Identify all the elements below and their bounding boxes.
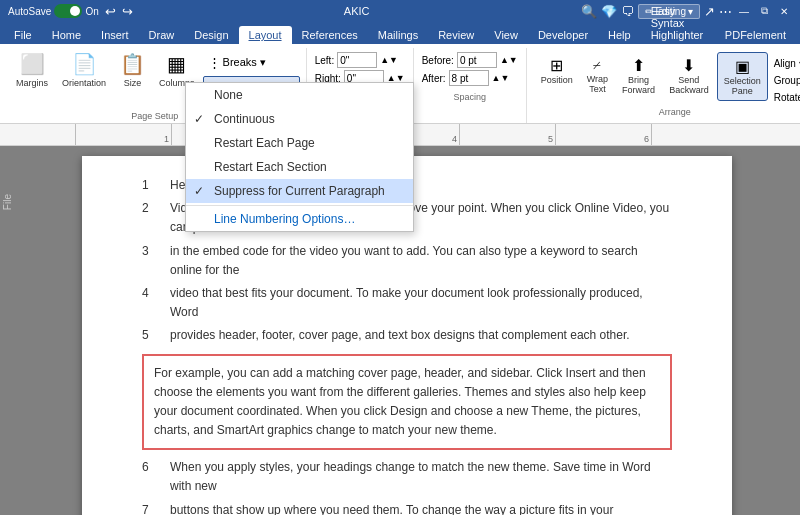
tab-developer[interactable]: Developer (528, 26, 598, 44)
ribbon-tabs: File Home Insert Draw Design Layout Refe… (0, 22, 800, 44)
menu-numbering-options[interactable]: Line Numbering Options… (186, 205, 413, 231)
selection-pane-button[interactable]: ▣ Selection Pane (717, 52, 768, 101)
menu-restart-page[interactable]: Restart Each Page (186, 131, 413, 155)
tab-pdfelement[interactable]: PDFelement (715, 26, 796, 44)
tab-references[interactable]: References (292, 26, 368, 44)
tab-review[interactable]: Review (428, 26, 484, 44)
spacing-after-label: After: (422, 73, 446, 84)
size-button[interactable]: 📋 Size (114, 48, 151, 92)
line-item-6: 6 When you apply styles, your headings c… (142, 458, 672, 496)
rotate-button[interactable]: Rotate ▾ (770, 90, 800, 105)
margins-sidebar-label: File (2, 194, 13, 210)
document-title: AKIC (133, 5, 581, 17)
breaks-icon: ⋮ (208, 55, 221, 70)
menu-none[interactable]: None (186, 83, 413, 107)
breaks-label: Breaks ▾ (223, 56, 266, 69)
ribbon-icon[interactable]: 💎 (601, 4, 617, 19)
selection-pane-icon: ▣ (735, 57, 750, 76)
size-label: Size (124, 78, 142, 88)
tab-insert[interactable]: Insert (91, 26, 139, 44)
check-suppress: ✓ (194, 184, 204, 198)
line-item-4: 4 video that best fits your document. To… (142, 284, 672, 322)
spacing-before-label: Before: (422, 55, 454, 66)
menu-continuous[interactable]: ✓ Continuous (186, 107, 413, 131)
send-backward-icon: ⬇ (682, 56, 695, 75)
tab-syntax-highlighter[interactable]: Easy Syntax Highlighter (641, 2, 715, 44)
title-bar-left: AutoSave On ↩ ↪ (8, 4, 133, 19)
spacing-before-input[interactable] (457, 52, 497, 68)
menu-restart-page-label: Restart Each Page (214, 136, 315, 150)
menu-suppress-current[interactable]: ✓ Suppress for Current Paragraph (186, 179, 413, 203)
wrap-icon: ⌿ (592, 56, 602, 74)
tab-home[interactable]: Home (42, 26, 91, 44)
restore-button[interactable]: ⧉ (756, 3, 772, 19)
margins-icon: ⬜ (20, 52, 45, 76)
tab-layout[interactable]: Layout (239, 26, 292, 44)
indent-left-arrows[interactable]: ▲▼ (380, 55, 398, 65)
orientation-icon: 📄 (72, 52, 97, 76)
ruler-5: 5 (460, 124, 556, 145)
undo-icon[interactable]: ↩ (105, 4, 116, 19)
menu-numbering-options-label: Line Numbering Options… (214, 212, 355, 226)
autosave-toggle[interactable] (54, 4, 82, 18)
check-continuous: ✓ (194, 112, 204, 126)
search-icon[interactable]: 🔍 (581, 4, 597, 19)
line-item-5: 5 provides header, footer, cover page, a… (142, 326, 672, 345)
ruler-6: 6 (556, 124, 652, 145)
ruler-1: 1 (76, 124, 172, 145)
close-button[interactable]: ✕ (776, 3, 792, 19)
spacing-after-arrows[interactable]: ▲▼ (492, 73, 510, 83)
spacing-after-input[interactable] (449, 70, 489, 86)
line-numbers-dropdown: None ✓ Continuous Restart Each Page Rest… (185, 82, 414, 232)
columns-icon: ▦ (167, 52, 186, 76)
options-icon[interactable]: ⋯ (719, 4, 732, 19)
menu-none-label: None (214, 88, 243, 102)
menu-suppress-label: Suppress for Current Paragraph (214, 184, 385, 198)
breaks-button[interactable]: ⋮ Breaks ▾ (203, 52, 300, 73)
position-icon: ⊞ (550, 56, 563, 75)
autosave-label: AutoSave (8, 6, 51, 17)
tab-draw[interactable]: Draw (139, 26, 185, 44)
tab-file[interactable]: File (4, 26, 42, 44)
ribbon-group-arrange: ⊞ Position ⌿ Wrap Text ⬆ Bring Forward ⬇… (527, 48, 800, 123)
minimize-button[interactable]: — (736, 3, 752, 19)
spacing-label: Spacing (422, 92, 518, 104)
indent-fields: Left: ▲▼ Right: ▲▼ (315, 52, 405, 86)
group-button[interactable]: Group ▾ (770, 73, 800, 88)
menu-continuous-label: Continuous (214, 112, 275, 126)
margins-button[interactable]: ⬜ Margins (10, 48, 54, 92)
arrange-buttons: ⊞ Position ⌿ Wrap Text ⬆ Bring Forward ⬇… (535, 52, 800, 107)
toggle-knob (70, 6, 80, 16)
position-button[interactable]: ⊞ Position (535, 52, 579, 89)
highlighted-paragraph: For example, you can add a matching cove… (142, 354, 672, 451)
indent-left-label: Left: (315, 55, 334, 66)
margins-label: Margins (16, 78, 48, 88)
ribbon-group-spacing: Before: ▲▼ After: ▲▼ Spacing (414, 48, 527, 123)
line-item-3: 3 in the embed code for the video you wa… (142, 242, 672, 280)
menu-restart-section-label: Restart Each Section (214, 160, 327, 174)
arrange-label: Arrange (535, 107, 800, 119)
line-item-7: 7 buttons that show up where you need th… (142, 501, 672, 515)
line-list-bottom: 6 When you apply styles, your headings c… (142, 458, 672, 515)
wrap-text-button[interactable]: ⌿ Wrap Text (581, 52, 614, 98)
tab-design[interactable]: Design (184, 26, 238, 44)
tab-view[interactable]: View (484, 26, 528, 44)
align-button[interactable]: Align ▾ (770, 56, 800, 71)
tab-mailings[interactable]: Mailings (368, 26, 428, 44)
tab-help[interactable]: Help (598, 26, 641, 44)
indent-left-input[interactable] (337, 52, 377, 68)
orientation-label: Orientation (62, 78, 106, 88)
menu-restart-section[interactable]: Restart Each Section (186, 155, 413, 179)
autosave-status: On (85, 6, 98, 17)
send-backward-button[interactable]: ⬇ Send Backward (663, 52, 715, 99)
comment-icon[interactable]: 🗨 (621, 4, 634, 19)
size-icon: 📋 (120, 52, 145, 76)
bring-forward-button[interactable]: ⬆ Bring Forward (616, 52, 661, 99)
spacing-fields: Before: ▲▼ After: ▲▼ (422, 52, 518, 86)
autosave-area: AutoSave On (8, 4, 99, 18)
spacing-before-arrows[interactable]: ▲▼ (500, 55, 518, 65)
redo-icon[interactable]: ↪ (122, 4, 133, 19)
bring-forward-icon: ⬆ (632, 56, 645, 75)
orientation-button[interactable]: 📄 Orientation (56, 48, 112, 92)
ribbon-toolbar: ⬜ Margins 📄 Orientation 📋 Size ▦ Columns… (0, 44, 800, 124)
